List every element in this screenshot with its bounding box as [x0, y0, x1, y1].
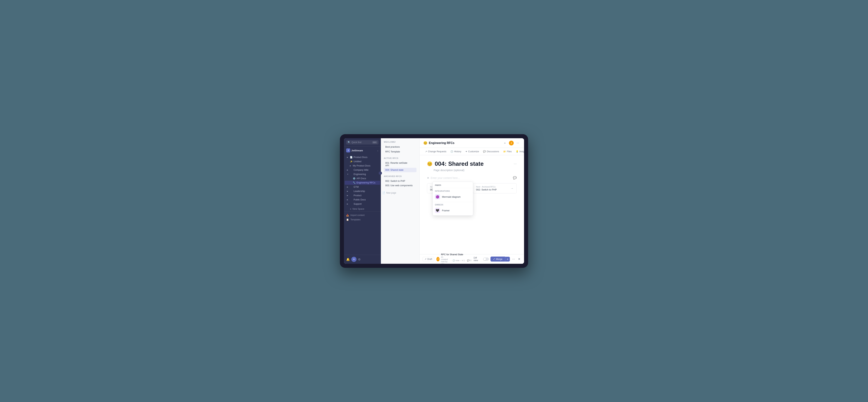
add-button[interactable]: +	[351, 257, 356, 262]
tab-discussions[interactable]: 💬 Discussions	[481, 149, 501, 154]
welcome-section-label: WECLOME!	[384, 141, 416, 143]
new-page-button[interactable]: 📄 New page	[381, 191, 420, 195]
chevron-right-icon: ▶	[347, 203, 349, 205]
sidebar-item-engineering[interactable]: ▼ Engineering	[345, 172, 380, 176]
page-emoji-icon[interactable]: 😊	[427, 161, 433, 166]
commit-time: 🕐 now	[453, 259, 459, 262]
commit-info: J RFC for Shared State #1 created now by…	[436, 253, 471, 264]
import-label: Import content	[350, 214, 365, 217]
sidebar-item-label: Public Docs	[353, 198, 366, 201]
sidebar-item-company-wiki[interactable]: ▶ Company Wiki	[345, 168, 380, 172]
page-title[interactable]: 004: Shared state	[435, 160, 484, 167]
mermaid-icon: 🟣	[435, 194, 440, 199]
notifications-button[interactable]: 🔔	[346, 258, 350, 261]
integrations-section-label: INTEGRATIONS	[433, 189, 473, 193]
sidebar-nav: ▶ 📄 Product Docs ✨ Untitled ▶ My Product…	[344, 154, 381, 255]
sidebar-item-gtm[interactable]: ▶ GTM	[345, 185, 380, 189]
mermaid-diagram-option[interactable]: 🟣 Mermaid diagram	[433, 193, 473, 200]
tab-insights[interactable]: 💡 Insights	[514, 149, 524, 154]
header-actions: + J ⋯	[502, 141, 520, 146]
sidebar-item-label: Product Docs	[353, 156, 367, 159]
sidebar-item-label: Company Wiki	[353, 169, 369, 171]
quick-find-placeholder: Quick find	[351, 141, 371, 144]
next-card-context: Next · Archived RFCs	[476, 186, 497, 188]
draft-label: Draft	[427, 258, 432, 260]
tab-change-requests[interactable]: ↗ Change Requests	[423, 149, 448, 154]
settings-button[interactable]: ⚙	[358, 258, 361, 261]
sidebar-item-support[interactable]: ▶ Support	[345, 202, 380, 206]
next-card-title: 002: Switch to PHP	[476, 188, 497, 191]
page-description[interactable]: Page description (optional)	[434, 169, 517, 172]
commit-lines: ≡ 1	[462, 259, 465, 261]
merge-dropdown-button[interactable]: ∧	[505, 257, 510, 261]
more-options-button[interactable]: ⋯	[515, 141, 520, 146]
sidebar-item-leadership[interactable]: ▶ Leadership	[345, 189, 380, 193]
sidebar-item-label: Product	[353, 194, 362, 197]
merge-button[interactable]: ⤢ Merge	[491, 256, 505, 261]
add-header-button[interactable]: +	[502, 141, 507, 146]
chevron-right-icon: ▶	[347, 190, 349, 192]
slash-command-input[interactable]	[435, 184, 471, 186]
rfc-004-item[interactable]: 004: Shared state	[384, 168, 416, 172]
draft-badge[interactable]: ↗ Draft	[423, 257, 434, 261]
framer-embed-option[interactable]: 🖤 Framer	[433, 207, 473, 214]
quick-find-shortcut: ⌘K	[372, 141, 377, 144]
sidebar-item-product[interactable]: ▶ Product	[345, 193, 380, 197]
diff-view-toggle[interactable]	[483, 257, 489, 261]
main-header: 😊 Engineering RFCs + J ⋯	[420, 138, 524, 148]
sidebar-item-engineering-rfcs[interactable]: 🔧 Engineering RFCs	[345, 181, 380, 185]
tab-customize[interactable]: ✦ Customize	[464, 149, 481, 154]
sidebar-item-my-product-docs[interactable]: ▶ My Product Docs	[345, 164, 380, 168]
sidebar-item-product-docs[interactable]: ▶ 📄 Product Docs	[345, 155, 380, 159]
commit-comments: 💬 0	[467, 259, 471, 262]
editor-input-row: ✕ Enter your content here... 💬 INTEGRATI…	[427, 176, 517, 180]
content-panel: WECLOME! Best practices ⋯ RFC Template ⋯…	[381, 138, 420, 264]
editor-content-input[interactable]: Enter your content here...	[431, 177, 512, 179]
import-content-item[interactable]: 📥 Import content	[344, 213, 381, 217]
sidebar-item-public-docs[interactable]: ▶ Public Docs	[345, 198, 380, 202]
collapse-sidebar-button[interactable]: ‹	[379, 172, 382, 175]
sidebar-item-label: Engineering RFCs	[356, 181, 375, 184]
sidebar-item-label: API Docs	[356, 177, 366, 180]
sidebar-item-label: Leadership	[353, 190, 365, 192]
templates-item[interactable]: 📋 Templates	[344, 217, 381, 222]
diff-view-toggle-row: Diff view	[474, 256, 489, 262]
bottom-actions: Diff view ⤢ Merge ∧ ⋯	[474, 256, 521, 262]
toggle-knob	[484, 258, 486, 260]
user-avatar: J	[509, 141, 514, 146]
workspace-icon: J	[346, 148, 350, 152]
bottom-more-button[interactable]: ⋯	[511, 256, 516, 261]
commit-number: #1 created now by you	[441, 256, 450, 264]
rfc-002-item[interactable]: 002: Switch to PHP	[384, 179, 416, 183]
page-title-more-button[interactable]: ⋯	[514, 162, 517, 165]
workspace-chevron-icon: ⌄	[377, 149, 379, 152]
chevron-down-icon: ▼	[347, 173, 349, 175]
main-content: 😊 Engineering RFCs + J ⋯ ↗ Change Reques…	[420, 138, 524, 264]
embeds-section-label: EMBEDS	[433, 203, 473, 207]
bottom-close-button[interactable]: ✕	[517, 256, 521, 261]
editor-close-button[interactable]: ✕	[427, 177, 429, 179]
quick-find-bar[interactable]: 🔍 Quick find ⌘K	[346, 140, 379, 145]
commit-avatar: J	[436, 257, 439, 261]
sidebar-item-untitled[interactable]: ✨ Untitled	[345, 159, 380, 163]
chevron-right-icon: ▶	[347, 194, 349, 196]
sidebar-item-api-docs[interactable]: ⚙️ API Docs	[345, 177, 380, 181]
sidebar-item-new-space[interactable]: + New Space	[345, 207, 380, 211]
slash-dropdown: INTEGRATIONS 🟣 Mermaid diagram EMBEDS 🖤	[433, 182, 473, 216]
tab-files[interactable]: 📁 Files	[501, 149, 514, 154]
workspace-header[interactable]: J JetStream ⌄	[344, 147, 381, 154]
rfc-template-item[interactable]: RFC Template ⋯	[384, 149, 416, 154]
next-nav-card[interactable]: Next · Archived RFCs 002: Switch to PHP …	[473, 183, 517, 193]
comment-button[interactable]: 💬	[513, 176, 517, 180]
tab-history[interactable]: 🕐 History	[448, 149, 463, 154]
commit-meta: #1 created now by you 🕐 now ≡ 1	[441, 256, 471, 264]
editor-area: 😊 004: Shared state ⋯ Page description (…	[420, 155, 524, 254]
rfc-001-item[interactable]: 001: Rewrite setState API ⋯	[384, 161, 416, 168]
sidebar-item-label: My Product Docs	[353, 164, 370, 167]
templates-label: Templates	[350, 218, 361, 221]
best-practices-item[interactable]: Best practices ⋯	[384, 145, 416, 149]
sidebar-bottom: 🔔 + ⚙	[344, 255, 381, 264]
rfc-003-item[interactable]: 003: Use web components	[384, 183, 416, 188]
sidebar-item-label: Engineering	[353, 173, 366, 176]
page-title-header: Engineering RFCs	[429, 142, 501, 145]
